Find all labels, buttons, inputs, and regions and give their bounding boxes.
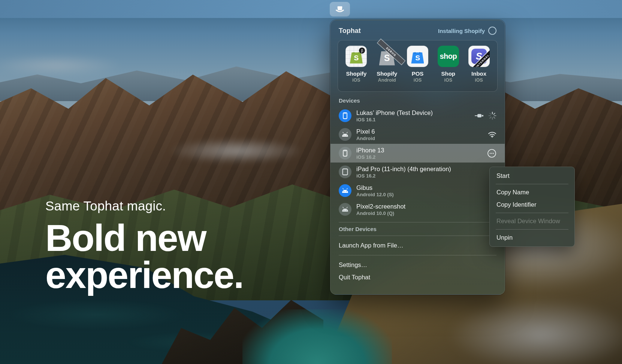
context-menu-copy-name[interactable]: Copy Name [490,186,574,198]
iphone-avatar-icon [339,109,351,122]
app-platform: iOS [475,78,483,83]
android-avatar-icon [339,184,351,197]
app-name: Shopify [377,70,397,77]
wifi-icon [488,131,496,138]
device-text: iPad Pro (11-inch) (4th generation) iOS … [356,166,451,179]
app-platform: iOS [352,78,360,83]
device-os: iOS 16.2 [356,154,384,160]
app-pos-ios[interactable]: S POS iOS [402,46,432,83]
app-name: POS [412,70,424,77]
divider [339,236,496,236]
device-text: Pixel2-screenshot Android 10.0 (Q) [356,203,405,216]
more-options-button[interactable] [487,149,496,158]
device-os: iOS 16.1 [356,117,433,122]
beta-badge: β [359,48,365,54]
settings-item[interactable]: Settings… [330,259,505,271]
hero-tagline: Same Tophat magic. [45,198,243,213]
devices-section-label: Devices [339,97,496,104]
device-row-pixel2-screenshot[interactable]: Pixel2-screenshot Android 10.0 (Q) [330,200,505,219]
hero-headline-line2: experience. [45,257,243,294]
device-status-icons [475,112,496,120]
app-name: Shop [441,70,456,77]
app-shopify-ios[interactable]: S β Shopify iOS [341,46,371,83]
device-text: iPhone 13 iOS 16.2 [356,147,384,160]
tophat-icon [335,4,345,14]
device-status-icons [487,149,496,158]
device-os: iOS 16.2 [356,173,451,179]
menubar [0,0,622,18]
menu-divider [496,184,568,184]
device-name: Pixel 6 [356,128,375,135]
context-menu-copy-identifier[interactable]: Copy Identifier [490,198,574,211]
device-text: Gibus Android 12.0 (S) [356,184,394,197]
hero-headline-line1: Bold new [45,219,243,257]
device-row-gibus[interactable]: Gibus Android 12.0 (S) [330,181,505,200]
device-context-menu: Start Copy Name Copy Identifier Reveal D… [489,167,575,247]
device-os: Android [356,136,375,141]
device-text: Pixel 6 Android [356,128,375,141]
app-shop-ios[interactable]: shop Shop iOS [433,46,463,83]
menu-divider [496,229,568,230]
launch-app-from-file-item[interactable]: Launch App from File… [330,239,505,252]
tophat-menubar-button[interactable] [330,2,350,16]
shopify-android-icon: S DEBUG [376,46,398,67]
panel-header: Tophat Installing Shopify [330,20,505,39]
shopify-ios-icon: S β [345,46,367,67]
progress-spinner-icon [488,27,496,35]
device-row-lukas-iphone[interactable]: Lukas’ iPhone (Test Device) iOS 16.1 [330,106,505,125]
install-status: Installing Shopify [438,27,496,35]
device-name: iPhone 13 [356,147,384,154]
tophat-panel: Tophat Installing Shopify S β Shopify iO… [330,20,505,295]
divider [339,255,496,255]
app-platform: Android [378,78,396,83]
iphone-avatar-icon [339,147,351,160]
device-row-pixel-6[interactable]: Pixel 6 Android [330,125,505,144]
app-platform: iOS [444,78,453,83]
device-row-iphone-13[interactable]: iPhone 13 iOS 16.2 [330,144,505,163]
app-shopify-android[interactable]: S DEBUG Shopify Android [372,46,402,83]
divider [339,222,496,222]
other-devices-section-label: Other Devices [339,226,496,232]
device-name: Gibus [356,184,394,191]
usb-cable-icon [475,113,484,118]
quit-tophat-item[interactable]: Quit Tophat [330,271,505,283]
pinned-apps-card: S β Shopify iOS S DEBUG Shopify Android [338,40,498,92]
device-status-icons [488,131,496,138]
device-row-ipad-pro[interactable]: iPad Pro (11-inch) (4th generation) iOS … [330,163,505,181]
ipad-avatar-icon [339,166,351,178]
device-os: Android 10.0 (Q) [356,210,405,216]
device-name: Pixel2-screenshot [356,203,405,210]
shop-ios-icon: shop [438,46,459,67]
menu-divider [496,213,568,213]
install-status-text: Installing Shopify [438,28,485,34]
device-name: iPad Pro (11-inch) (4th generation) [356,166,451,173]
hero-headline: Bold new experience. [45,219,243,294]
android-avatar-icon [339,128,351,141]
device-text: Lukas’ iPhone (Test Device) iOS 16.1 [356,109,433,122]
inbox-ios-icon: S INTERNAL [468,46,490,67]
context-menu-start[interactable]: Start [490,170,574,182]
app-platform: iOS [414,78,422,83]
app-name: Inbox [471,70,486,77]
app-name: Shopify [346,70,366,77]
hero-text: Same Tophat magic. Bold new experience. [45,198,243,294]
device-os: Android 12.0 (S) [356,192,394,197]
pos-ios-icon: S [407,46,428,67]
app-inbox-ios[interactable]: S INTERNAL Inbox iOS [464,46,494,83]
android-avatar-icon [339,203,351,216]
context-menu-unpin[interactable]: Unpin [490,231,574,244]
context-menu-reveal-device-window: Reveal Device Window [490,215,574,227]
busy-spinner-icon [488,112,496,120]
device-name: Lukas’ iPhone (Test Device) [356,109,433,116]
panel-title: Tophat [339,27,361,35]
